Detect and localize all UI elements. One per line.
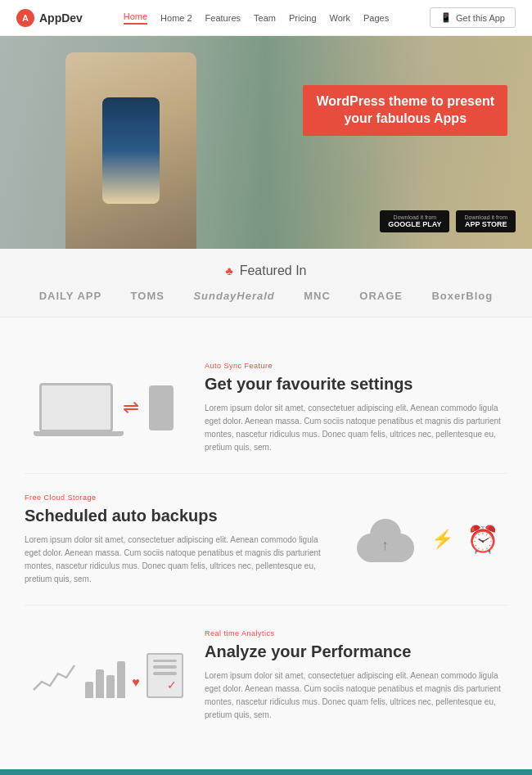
- phone-icon: 📱: [440, 12, 452, 23]
- cloud-icon: ↑: [357, 517, 414, 562]
- feature-text-1: Free Cloud Storage Scheduled auto backup…: [25, 493, 327, 586]
- feature-row-2: ♥ ✓ Real time Analytics Analyze your Per…: [0, 606, 532, 745]
- brand-logo: A: [16, 9, 34, 27]
- pulse-icon: ♥: [132, 675, 140, 690]
- phone-screen: [102, 97, 160, 204]
- feature-title-2: Analyze your Performance: [205, 642, 507, 661]
- featured-logo-4: ORAGE: [359, 290, 403, 302]
- teal-section: Like this Video Your Video Some Feature …: [0, 769, 532, 775]
- featured-logo-5: BoxerBlog: [431, 290, 493, 302]
- hero-headline: WordPress theme to present your fabulous…: [316, 93, 494, 128]
- feature-row-1: ↑ ⚡ ⏰ Free Cloud Storage Scheduled auto …: [0, 474, 532, 605]
- store-badges: Download it from GOOGLE PLAY Download it…: [380, 210, 516, 232]
- upload-arrow-icon: ↑: [381, 537, 389, 554]
- feature-tag-2: Real time Analytics: [205, 629, 507, 638]
- phone-hand: [65, 52, 196, 249]
- hero-section: WordPress theme to present your fabulous…: [0, 36, 532, 249]
- featured-logo-2: SundayHerald: [193, 290, 274, 302]
- featured-logos-row: DAILY APP TOMS SundayHerald MNC ORAGE Bo…: [25, 290, 507, 302]
- bar-chart-icon: ♥ ✓: [29, 653, 183, 698]
- google-play-badge[interactable]: Download it from GOOGLE PLAY: [380, 210, 449, 232]
- features-section: ⇌ Auto Sync Feature Get your favourite s…: [0, 318, 532, 769]
- hero-phone: [65, 52, 180, 249]
- featured-logo-3: MNC: [304, 290, 331, 302]
- feature-text-0: Auto Sync Feature Get your favourite set…: [205, 362, 507, 454]
- feature-illustration-sync: ⇌: [25, 358, 188, 457]
- bar-2: [96, 669, 104, 698]
- clock-icon: ⏰: [467, 524, 499, 555]
- nav-home2[interactable]: Home 2: [160, 13, 192, 23]
- feature-desc-0: Lorem ipsum dolor sit amet, consectetuer…: [205, 402, 507, 454]
- feature-row-0: ⇌ Auto Sync Feature Get your favourite s…: [0, 342, 532, 473]
- brand-name: AppDev: [39, 11, 83, 25]
- lightning-icon: ⚡: [431, 529, 453, 550]
- featured-in-section: ♣ Featured In DAILY APP TOMS SundayHeral…: [0, 249, 532, 318]
- feature-illustration-analytics: ♥ ✓: [25, 622, 188, 728]
- featured-logo-1: TOMS: [131, 290, 165, 302]
- featured-title: Featured In: [240, 264, 307, 278]
- trend-line-svg: [29, 657, 79, 698]
- nav-home[interactable]: Home: [124, 11, 147, 25]
- cloud-container: ↑: [353, 507, 418, 572]
- bar-3: [106, 675, 115, 698]
- phone-device: [102, 97, 160, 204]
- nav-pricing[interactable]: Pricing: [289, 13, 317, 23]
- bar-group: [85, 657, 125, 698]
- featured-logo-0: DAILY APP: [39, 290, 101, 302]
- hero-text-block: WordPress theme to present your fabulous…: [303, 85, 507, 136]
- mini-phone-icon: [149, 385, 174, 430]
- brand: A AppDev: [16, 9, 83, 27]
- feature-tag-1: Free Cloud Storage: [25, 493, 327, 502]
- featured-icon: ♣: [225, 264, 232, 277]
- bar-4: [117, 661, 125, 698]
- feature-title-0: Get your favourite settings: [205, 374, 507, 394]
- feature-text-2: Real time Analytics Analyze your Perform…: [205, 629, 507, 722]
- feature-title-1: Scheduled auto backups: [25, 506, 327, 525]
- feature-desc-2: Lorem ipsum dolor sit amet, consectetuer…: [205, 669, 507, 722]
- nav-team[interactable]: Team: [254, 13, 276, 23]
- feature-illustration-cloud: ↑ ⚡ ⏰: [344, 490, 507, 588]
- app-store-badge[interactable]: Download it from APP STORE: [456, 210, 516, 232]
- navbar: A AppDev Home Home 2 Features Team Prici…: [0, 0, 532, 36]
- feature-tag-0: Auto Sync Feature: [205, 362, 507, 370]
- nav-links: Home Home 2 Features Team Pricing Work P…: [124, 11, 390, 25]
- laptop-icon: [39, 383, 113, 432]
- bar-1: [85, 682, 93, 698]
- nav-cta-button[interactable]: 📱 Get this App: [430, 7, 516, 28]
- nav-work[interactable]: Work: [330, 13, 350, 23]
- checkmark-icon: ✓: [153, 678, 177, 692]
- sync-arrows-icon: ⇌: [123, 396, 139, 419]
- nav-features[interactable]: Features: [205, 13, 241, 23]
- checklist-icon: ✓: [147, 653, 183, 698]
- nav-pages[interactable]: Pages: [363, 13, 389, 23]
- featured-title-row: ♣ Featured In: [25, 264, 507, 278]
- feature-desc-1: Lorem ipsum dolor sit amet, consectetuer…: [25, 534, 327, 586]
